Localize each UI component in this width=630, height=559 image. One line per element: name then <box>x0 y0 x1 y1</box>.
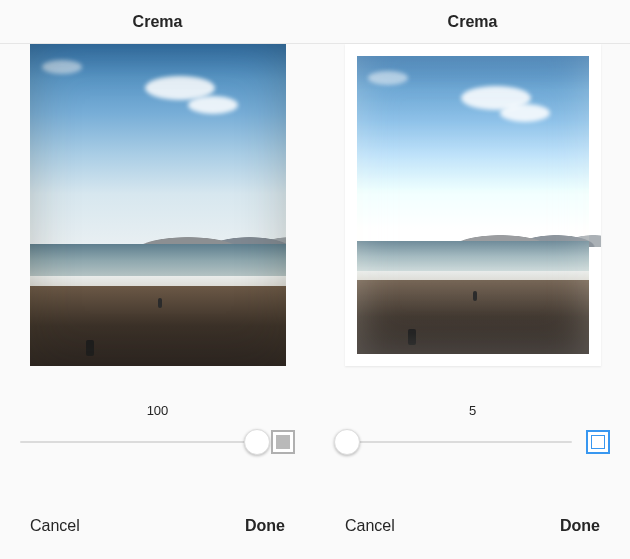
photo-preview[interactable] <box>345 44 601 366</box>
filter-controls: 5 <box>315 389 630 479</box>
frame-toggle[interactable] <box>586 430 610 454</box>
cancel-button[interactable]: Cancel <box>30 517 80 535</box>
filter-pane-right: Crema 5 <box>315 0 630 559</box>
slider-value-label: 5 <box>469 403 476 418</box>
filter-title: Crema <box>315 0 630 44</box>
done-button[interactable]: Done <box>560 517 600 535</box>
intensity-slider[interactable] <box>20 428 257 456</box>
photo-canvas <box>0 44 315 389</box>
filter-pane-left: Crema 100 <box>0 0 315 559</box>
frame-toggle[interactable] <box>271 430 295 454</box>
slider-value-label: 100 <box>147 403 169 418</box>
cancel-button[interactable]: Cancel <box>345 517 395 535</box>
filter-title: Crema <box>0 0 315 44</box>
filter-compare-view: Crema 100 <box>0 0 630 559</box>
photo-preview[interactable] <box>30 44 286 366</box>
slider-thumb[interactable] <box>244 429 270 455</box>
done-button[interactable]: Done <box>245 517 285 535</box>
intensity-slider[interactable] <box>335 428 572 456</box>
filter-controls: 100 <box>0 389 315 479</box>
footer-bar: Cancel Done <box>315 499 630 559</box>
footer-bar: Cancel Done <box>0 499 315 559</box>
photo-canvas <box>315 44 630 389</box>
slider-thumb[interactable] <box>334 429 360 455</box>
